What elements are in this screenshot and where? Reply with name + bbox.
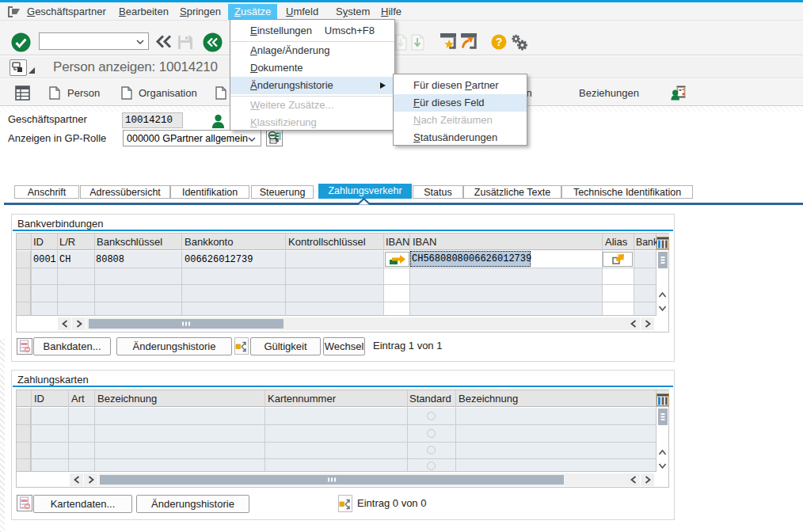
svg-text:?: ?: [496, 36, 503, 48]
